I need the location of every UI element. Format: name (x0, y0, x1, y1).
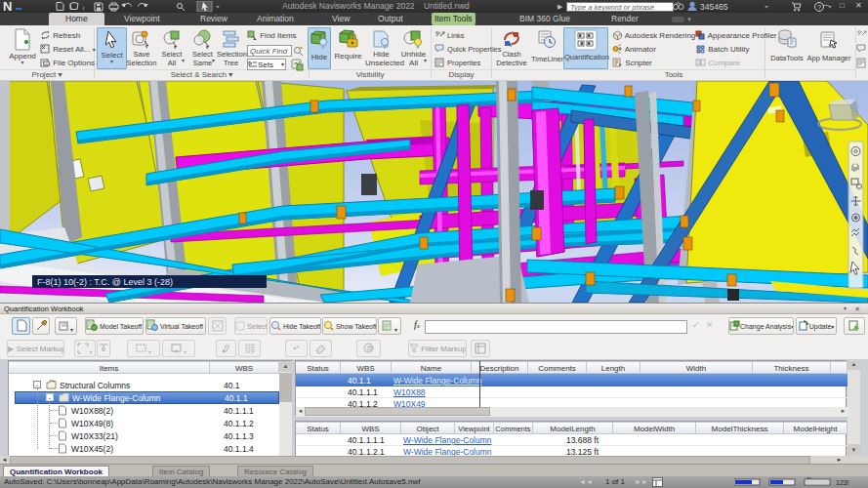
svg-text:123!: 123! (836, 479, 849, 486)
svg-text:@: @ (366, 345, 373, 351)
svg-text:?: ? (817, 3, 821, 12)
svg-text:SET: SET (806, 477, 814, 480)
svg-text:345465: 345465 (700, 2, 728, 12)
svg-text:F-8(1) 10(-2) : T.C. @ Level 3: F-8(1) 10(-2) : T.C. @ Level 3 (-28) (37, 277, 173, 287)
svg-text:N: N (3, 0, 12, 13)
